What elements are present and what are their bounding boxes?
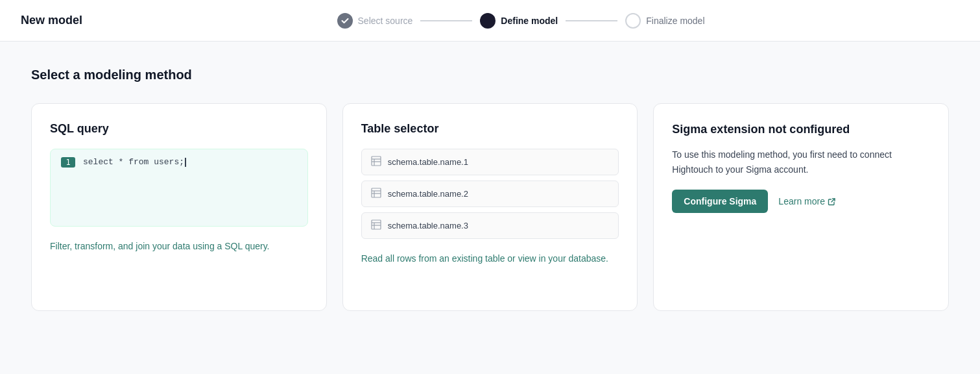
sql-line-number: 1 bbox=[61, 157, 75, 168]
sigma-actions: Configure Sigma Learn more bbox=[672, 190, 930, 213]
sql-query-card[interactable]: SQL query 1 select * from users; Filter,… bbox=[31, 103, 327, 311]
modeling-method-cards: SQL query 1 select * from users; Filter,… bbox=[31, 103, 949, 311]
step-2-circle bbox=[480, 13, 496, 29]
sql-line-1: 1 select * from users; bbox=[61, 157, 297, 168]
step-connector-2 bbox=[566, 20, 617, 21]
sigma-card-title: Sigma extension not configured bbox=[672, 122, 930, 137]
table-row-1[interactable]: schema.table.name.1 bbox=[361, 149, 619, 175]
table-icon-3 bbox=[371, 219, 381, 232]
step-define-model: Define model bbox=[480, 13, 558, 29]
sql-query-description: Filter, transform, and join your data us… bbox=[50, 240, 308, 253]
table-icon-1 bbox=[371, 156, 381, 168]
table-selector-description: Read all rows from an existing table or … bbox=[361, 252, 619, 266]
step-select-source: Select source bbox=[337, 13, 413, 29]
table-list: schema.table.name.1 schema.table.name.2 bbox=[361, 149, 619, 239]
table-icon-2 bbox=[371, 188, 381, 200]
svg-rect-4 bbox=[372, 188, 381, 197]
check-icon bbox=[341, 16, 350, 25]
app-header: New model Select source Define model Fin… bbox=[0, 0, 980, 42]
step-finalize-model: Finalize model bbox=[625, 13, 704, 29]
svg-rect-0 bbox=[372, 156, 381, 166]
section-title: Select a modeling method bbox=[31, 68, 949, 82]
learn-more-link[interactable]: Learn more bbox=[778, 196, 837, 206]
sql-query-title: SQL query bbox=[50, 122, 308, 136]
table-row-3[interactable]: schema.table.name.3 bbox=[361, 212, 619, 239]
table-row-2[interactable]: schema.table.name.2 bbox=[361, 181, 619, 207]
table-name-1: schema.table.name.1 bbox=[388, 157, 468, 167]
main-content: Select a modeling method SQL query 1 sel… bbox=[0, 42, 980, 337]
table-selector-card[interactable]: Table selector schema.table.name.1 bbox=[342, 103, 638, 311]
step-2-label: Define model bbox=[501, 16, 558, 26]
page-title: New model bbox=[21, 14, 82, 27]
sql-code-preview: 1 select * from users; bbox=[50, 149, 308, 227]
step-connector-1 bbox=[420, 20, 472, 21]
svg-rect-8 bbox=[372, 220, 381, 229]
stepper: Select source Define model Finalize mode… bbox=[337, 13, 705, 29]
table-name-2: schema.table.name.2 bbox=[388, 189, 468, 199]
learn-more-label: Learn more bbox=[778, 196, 825, 206]
step-1-label: Select source bbox=[358, 16, 413, 26]
sigma-description: To use this modeling method, you first n… bbox=[672, 147, 930, 177]
table-selector-title: Table selector bbox=[361, 122, 619, 136]
sigma-card: Sigma extension not configured To use th… bbox=[653, 103, 949, 311]
step-1-circle bbox=[337, 13, 353, 29]
external-link-icon bbox=[828, 197, 837, 206]
configure-sigma-button[interactable]: Configure Sigma bbox=[672, 190, 768, 213]
sql-code-text: select * from users; bbox=[83, 157, 186, 167]
sql-cursor bbox=[185, 158, 186, 167]
step-3-label: Finalize model bbox=[646, 16, 704, 26]
step-3-circle bbox=[625, 13, 641, 29]
table-name-3: schema.table.name.3 bbox=[388, 221, 468, 231]
